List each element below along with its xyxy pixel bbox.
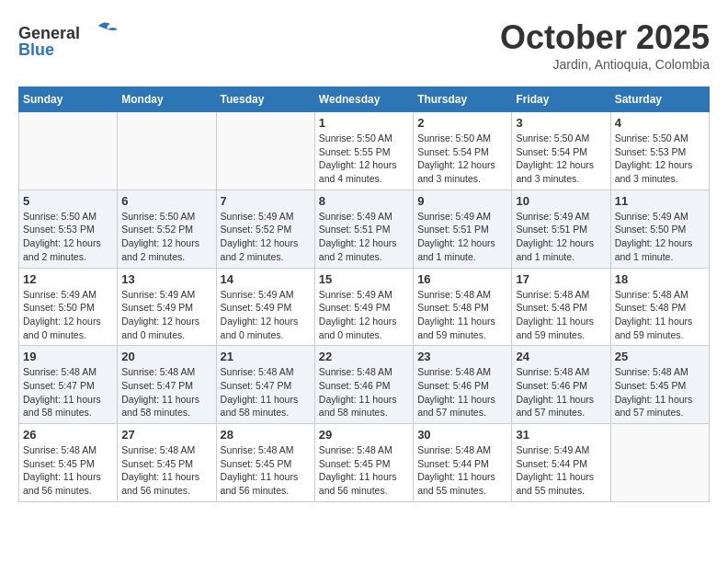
calendar-cell <box>216 112 314 190</box>
calendar-cell: 8Sunrise: 5:49 AMSunset: 5:51 PMDaylight… <box>314 190 413 268</box>
day-number: 24 <box>516 350 606 363</box>
day-info: Sunrise: 5:48 AMSunset: 5:45 PMDaylight:… <box>615 365 705 419</box>
day-info: Sunrise: 5:48 AMSunset: 5:48 PMDaylight:… <box>417 288 507 342</box>
day-number: 18 <box>615 272 705 286</box>
day-number: 6 <box>121 194 211 208</box>
day-info: Sunrise: 5:48 AMSunset: 5:45 PMDaylight:… <box>23 443 113 498</box>
day-number: 29 <box>319 428 409 442</box>
day-info: Sunrise: 5:50 AMSunset: 5:55 PMDaylight:… <box>319 132 409 186</box>
calendar-cell: 26Sunrise: 5:48 AMSunset: 5:45 PMDayligh… <box>19 424 118 502</box>
day-info: Sunrise: 5:48 AMSunset: 5:48 PMDaylight:… <box>516 288 606 342</box>
calendar-cell: 1Sunrise: 5:50 AMSunset: 5:55 PMDaylight… <box>314 112 413 190</box>
day-info: Sunrise: 5:49 AMSunset: 5:51 PMDaylight:… <box>516 210 606 264</box>
calendar-cell: 17Sunrise: 5:48 AMSunset: 5:48 PMDayligh… <box>512 268 610 346</box>
day-number: 4 <box>615 116 705 130</box>
day-info: Sunrise: 5:49 AMSunset: 5:52 PMDaylight:… <box>221 210 311 264</box>
day-number: 13 <box>121 272 211 286</box>
day-info: Sunrise: 5:50 AMSunset: 5:53 PMDaylight:… <box>23 210 113 264</box>
calendar-cell: 3Sunrise: 5:50 AMSunset: 5:54 PMDaylight… <box>512 112 610 190</box>
calendar-cell: 9Sunrise: 5:49 AMSunset: 5:51 PMDaylight… <box>414 190 512 268</box>
logo: General Blue <box>18 18 119 64</box>
day-number: 5 <box>23 194 113 208</box>
calendar-cell: 31Sunrise: 5:49 AMSunset: 5:44 PMDayligh… <box>512 424 610 502</box>
day-info: Sunrise: 5:49 AMSunset: 5:51 PMDaylight:… <box>417 210 507 264</box>
calendar-cell: 22Sunrise: 5:48 AMSunset: 5:46 PMDayligh… <box>314 346 413 424</box>
calendar-cell: 18Sunrise: 5:48 AMSunset: 5:48 PMDayligh… <box>610 268 709 346</box>
day-number: 15 <box>319 272 409 286</box>
day-number: 20 <box>121 350 211 363</box>
calendar-cell: 25Sunrise: 5:48 AMSunset: 5:45 PMDayligh… <box>610 346 709 424</box>
day-number: 1 <box>319 116 409 130</box>
day-number: 3 <box>516 116 606 130</box>
svg-text:General: General <box>18 24 80 42</box>
day-info: Sunrise: 5:48 AMSunset: 5:46 PMDaylight:… <box>319 365 409 419</box>
calendar-cell: 29Sunrise: 5:48 AMSunset: 5:45 PMDayligh… <box>314 424 413 502</box>
calendar-cell: 6Sunrise: 5:50 AMSunset: 5:52 PMDaylight… <box>118 190 216 268</box>
calendar-cell: 28Sunrise: 5:48 AMSunset: 5:45 PMDayligh… <box>216 424 314 502</box>
day-info: Sunrise: 5:50 AMSunset: 5:53 PMDaylight:… <box>615 132 705 186</box>
calendar-cell: 13Sunrise: 5:49 AMSunset: 5:49 PMDayligh… <box>118 268 216 346</box>
day-info: Sunrise: 5:48 AMSunset: 5:46 PMDaylight:… <box>516 365 606 419</box>
calendar-cell: 4Sunrise: 5:50 AMSunset: 5:53 PMDaylight… <box>610 112 709 190</box>
day-number: 9 <box>417 194 507 208</box>
day-number: 30 <box>417 428 507 442</box>
day-info: Sunrise: 5:49 AMSunset: 5:49 PMDaylight:… <box>121 288 211 342</box>
day-number: 19 <box>23 350 113 363</box>
location: Jardin, Antioquia, Colombia <box>500 57 710 72</box>
day-number: 21 <box>221 350 311 363</box>
day-info: Sunrise: 5:49 AMSunset: 5:50 PMDaylight:… <box>615 210 705 264</box>
calendar-cell: 11Sunrise: 5:49 AMSunset: 5:50 PMDayligh… <box>610 190 709 268</box>
calendar-cell: 19Sunrise: 5:48 AMSunset: 5:47 PMDayligh… <box>19 346 118 424</box>
page-header: General Blue October 2025 Jardin, Antioq… <box>18 18 710 72</box>
day-number: 11 <box>615 194 705 208</box>
title-section: October 2025 Jardin, Antioquia, Colombia <box>500 18 710 72</box>
day-number: 12 <box>23 272 113 286</box>
day-info: Sunrise: 5:48 AMSunset: 5:46 PMDaylight:… <box>417 365 507 419</box>
calendar-cell: 23Sunrise: 5:48 AMSunset: 5:46 PMDayligh… <box>414 346 512 424</box>
day-info: Sunrise: 5:49 AMSunset: 5:50 PMDaylight:… <box>23 288 113 342</box>
day-number: 27 <box>121 428 211 442</box>
calendar-cell: 7Sunrise: 5:49 AMSunset: 5:52 PMDaylight… <box>216 190 314 268</box>
day-info: Sunrise: 5:49 AMSunset: 5:49 PMDaylight:… <box>319 288 409 342</box>
day-info: Sunrise: 5:48 AMSunset: 5:48 PMDaylight:… <box>615 288 705 342</box>
day-info: Sunrise: 5:48 AMSunset: 5:47 PMDaylight:… <box>221 365 311 419</box>
day-number: 2 <box>417 116 507 130</box>
day-number: 10 <box>516 194 606 208</box>
weekday-header-saturday: Saturday <box>610 87 709 112</box>
calendar-cell <box>19 112 118 190</box>
weekday-header-tuesday: Tuesday <box>216 87 314 112</box>
calendar-cell: 24Sunrise: 5:48 AMSunset: 5:46 PMDayligh… <box>512 346 610 424</box>
calendar-cell: 30Sunrise: 5:48 AMSunset: 5:44 PMDayligh… <box>414 424 512 502</box>
day-number: 7 <box>221 194 311 208</box>
day-number: 31 <box>516 428 606 442</box>
weekday-header-friday: Friday <box>512 87 610 112</box>
day-info: Sunrise: 5:49 AMSunset: 5:49 PMDaylight:… <box>221 288 311 342</box>
calendar-cell: 5Sunrise: 5:50 AMSunset: 5:53 PMDaylight… <box>19 190 118 268</box>
day-number: 14 <box>221 272 311 286</box>
month-title: October 2025 <box>500 18 710 57</box>
day-number: 23 <box>417 350 507 363</box>
calendar-cell <box>610 424 709 502</box>
day-info: Sunrise: 5:49 AMSunset: 5:44 PMDaylight:… <box>516 443 606 498</box>
day-info: Sunrise: 5:50 AMSunset: 5:52 PMDaylight:… <box>121 210 211 264</box>
day-number: 28 <box>221 428 311 442</box>
day-info: Sunrise: 5:49 AMSunset: 5:51 PMDaylight:… <box>319 210 409 264</box>
calendar-cell: 14Sunrise: 5:49 AMSunset: 5:49 PMDayligh… <box>216 268 314 346</box>
day-number: 8 <box>319 194 409 208</box>
day-number: 26 <box>23 428 113 442</box>
day-number: 25 <box>615 350 705 363</box>
day-info: Sunrise: 5:48 AMSunset: 5:44 PMDaylight:… <box>417 443 507 498</box>
day-number: 22 <box>319 350 409 363</box>
day-info: Sunrise: 5:48 AMSunset: 5:45 PMDaylight:… <box>221 443 311 498</box>
calendar-cell: 15Sunrise: 5:49 AMSunset: 5:49 PMDayligh… <box>314 268 413 346</box>
svg-text:Blue: Blue <box>18 40 54 59</box>
day-info: Sunrise: 5:50 AMSunset: 5:54 PMDaylight:… <box>516 132 606 186</box>
calendar-cell: 27Sunrise: 5:48 AMSunset: 5:45 PMDayligh… <box>118 424 216 502</box>
calendar-cell: 10Sunrise: 5:49 AMSunset: 5:51 PMDayligh… <box>512 190 610 268</box>
day-info: Sunrise: 5:50 AMSunset: 5:54 PMDaylight:… <box>417 132 507 186</box>
weekday-header-sunday: Sunday <box>19 87 118 112</box>
day-info: Sunrise: 5:48 AMSunset: 5:45 PMDaylight:… <box>319 443 409 498</box>
day-info: Sunrise: 5:48 AMSunset: 5:45 PMDaylight:… <box>121 443 211 498</box>
day-info: Sunrise: 5:48 AMSunset: 5:47 PMDaylight:… <box>121 365 211 419</box>
day-number: 16 <box>417 272 507 286</box>
